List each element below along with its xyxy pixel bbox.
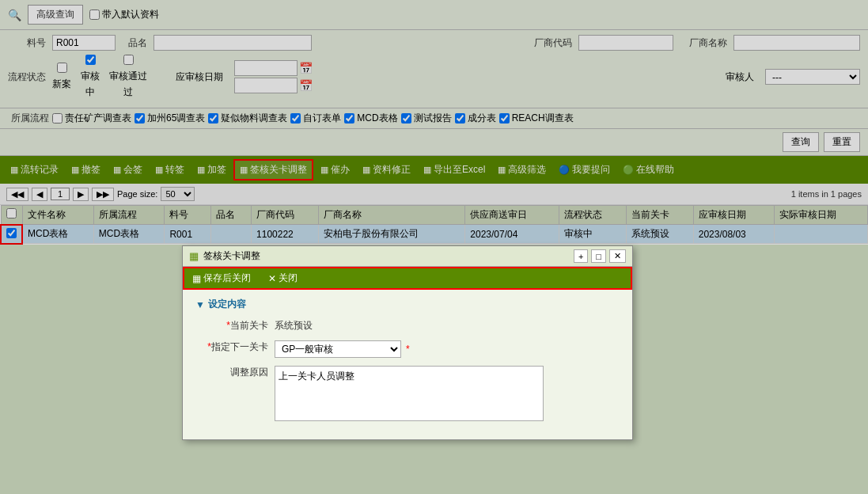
modal-titlebar: ▦ 签核关卡调整 + □ ✕ [183, 246, 632, 267]
adjust-reason-value: 上一关卡人员调整 [275, 366, 620, 424]
next-checkpoint-row: *指定下一关卡 GP一般审核 系统预设 其他关卡 * [195, 340, 620, 358]
required-mark: * [406, 344, 410, 355]
section-header: ▼ 设定内容 [195, 298, 620, 311]
next-checkpoint-select[interactable]: GP一般审核 系统预设 其他关卡 [275, 340, 401, 358]
current-checkpoint-label: *当前关卡 [195, 319, 275, 332]
modal-body: ▼ 设定内容 *当前关卡 系统预设 *指定下一关卡 GP一般审核 系统预设 其他… [183, 290, 632, 439]
next-checkpoint-value: GP一般审核 系统预设 其他关卡 * [275, 340, 620, 358]
next-checkpoint-select-wrap: GP一般审核 系统预设 其他关卡 * [275, 340, 620, 358]
modal-controls: + □ ✕ [574, 249, 626, 263]
modal-save-icon: ▦ [192, 273, 201, 284]
modal-restore-button[interactable]: □ [591, 249, 606, 263]
adjust-reason-row: 调整原因 上一关卡人员调整 [195, 366, 620, 424]
adjust-checkpoint-modal: ▦ 签核关卡调整 + □ ✕ ▦ 保存后关闭 ✕ 关闭 ▼ 设定内容 *当前关卡 [182, 245, 633, 440]
modal-save-close-button[interactable]: ▦ 保存后关闭 [185, 269, 258, 287]
adjust-reason-textarea[interactable]: 上一关卡人员调整 [275, 366, 544, 421]
current-checkpoint-row: *当前关卡 系统预设 [195, 319, 620, 332]
current-checkpoint-value: 系统预设 [275, 319, 620, 332]
modal-close-btn[interactable]: ✕ 关闭 [261, 269, 305, 287]
section-label: 设定内容 [208, 298, 246, 311]
modal-title-icon: ▦ [189, 250, 199, 262]
modal-title-left: ▦ 签核关卡调整 [189, 249, 260, 263]
modal-minimize-button[interactable]: + [574, 249, 588, 263]
adjust-reason-label: 调整原因 [195, 366, 275, 379]
modal-title-text: 签核关卡调整 [203, 249, 260, 263]
modal-close-button[interactable]: ✕ [609, 249, 626, 263]
modal-toolbar: ▦ 保存后关闭 ✕ 关闭 [183, 267, 632, 290]
section-arrow-icon: ▼ [195, 299, 205, 310]
modal-close-icon: ✕ [268, 273, 276, 284]
next-checkpoint-label: *指定下一关卡 [195, 340, 275, 354]
